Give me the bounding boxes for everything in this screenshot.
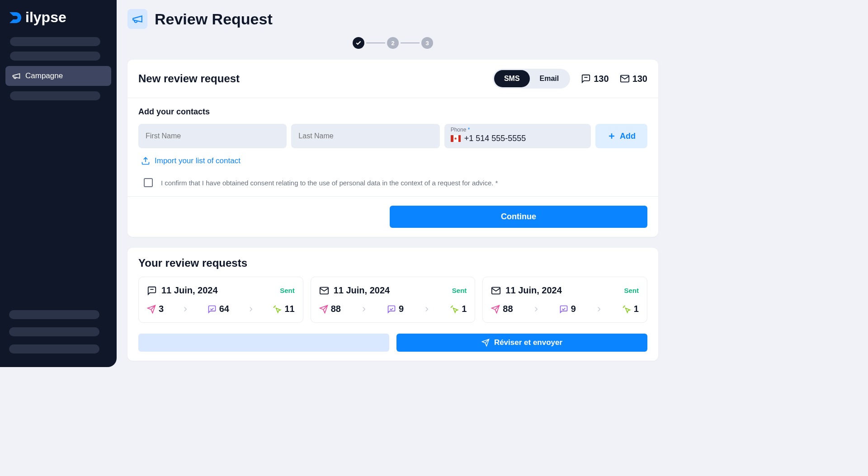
first-name-input[interactable] (138, 124, 287, 148)
status-badge: Sent (452, 287, 467, 294)
toggle-sms[interactable]: SMS (494, 70, 530, 87)
clicked-value: 11 (284, 304, 294, 314)
consent-row: I confirm that I have obtained consent r… (138, 178, 647, 187)
import-label: Import your list of contact (155, 156, 241, 165)
request-card[interactable]: 11 Juin, 2024 Sent 88 (311, 277, 476, 323)
send-icon (481, 339, 490, 347)
logo-icon (7, 9, 23, 26)
message-icon (147, 286, 157, 296)
status-badge: Sent (280, 287, 295, 294)
chevron-right-icon (181, 305, 189, 313)
chevron-right-icon (247, 305, 255, 313)
sent-value: 3 (159, 304, 164, 314)
click-icon (450, 305, 459, 314)
sent-value: 88 (503, 304, 513, 314)
card-footer: Continue (127, 196, 658, 237)
plus-icon (607, 132, 616, 141)
nav-bottom (5, 310, 112, 358)
delivered-icon (559, 305, 568, 314)
nav-item-placeholder[interactable] (9, 344, 99, 353)
add-contact-button[interactable]: Add (595, 124, 647, 148)
requests-grid: 11 Juin, 2024 Sent 3 (127, 277, 658, 334)
nav-item-placeholder[interactable] (10, 91, 100, 100)
new-request-card: New review request SMS Email 130 (127, 60, 658, 237)
request-date: 11 Juin, 2024 (161, 285, 218, 296)
channel-toggle: SMS Email (493, 69, 570, 89)
card-header: New review request SMS Email 130 (127, 60, 658, 98)
nav-item-campagne[interactable]: Campagne (5, 66, 111, 86)
message-icon (581, 74, 591, 84)
chevron-right-icon (532, 305, 540, 313)
upload-icon (141, 156, 150, 165)
clicked-value: 1 (634, 304, 639, 314)
last-name-input[interactable] (291, 124, 439, 148)
delivered-icon (208, 305, 217, 314)
page-header: Review Request (127, 9, 658, 29)
sent-value: 88 (331, 304, 341, 314)
your-requests-title: Your review requests (138, 257, 647, 269)
phone-value: +1 514 555-5555 (464, 134, 526, 143)
email-icon (491, 286, 501, 296)
step-2: 2 (387, 37, 399, 49)
send-icon (319, 305, 328, 314)
new-request-title: New review request (138, 72, 240, 85)
toggle-email[interactable]: Email (530, 70, 569, 87)
chevron-right-icon (360, 305, 368, 313)
nav-item-placeholder[interactable] (10, 37, 100, 46)
nav-item-placeholder[interactable] (10, 52, 100, 61)
step-connector (366, 42, 385, 43)
main-content: Review Request 2 3 New review request SM… (117, 0, 669, 367)
bottom-bar: Réviser et envoyer (127, 334, 658, 361)
delivered-icon (387, 305, 396, 314)
page-icon-wrap (127, 9, 147, 29)
canada-flag-icon[interactable] (451, 135, 461, 142)
contact-form-row: Phone * +1 514 555-5555 Add (138, 124, 647, 148)
email-count-stat: 130 (620, 74, 647, 84)
sms-count-stat: 130 (581, 74, 609, 84)
bottom-placeholder (138, 334, 389, 352)
delivered-value: 9 (571, 304, 576, 314)
megaphone-icon (132, 13, 143, 25)
import-contacts-link[interactable]: Import your list of contact (138, 156, 647, 165)
add-contacts-label: Add your contacts (138, 107, 647, 117)
consent-text: I confirm that I have obtained consent r… (161, 179, 498, 187)
click-icon (273, 305, 282, 314)
header-controls: SMS Email 130 130 (493, 69, 647, 89)
consent-checkbox[interactable] (144, 178, 153, 187)
delivered-value: 64 (219, 304, 229, 314)
request-date: 11 Juin, 2024 (505, 285, 562, 296)
nav-item-placeholder[interactable] (9, 310, 99, 319)
email-icon (620, 74, 630, 84)
review-send-button[interactable]: Réviser et envoyer (396, 334, 647, 352)
nav-item-label: Campagne (25, 71, 63, 80)
email-icon (319, 286, 329, 296)
continue-button[interactable]: Continue (390, 206, 647, 228)
phone-input-row: +1 514 555-5555 (451, 134, 585, 143)
step-1-done (353, 37, 364, 49)
check-icon (355, 40, 362, 46)
review-send-label: Réviser et envoyer (494, 338, 562, 347)
sidebar: ilypse Campagne (0, 0, 117, 367)
chevron-right-icon (595, 305, 603, 313)
nav-items: Campagne (5, 37, 112, 100)
request-card[interactable]: 11 Juin, 2024 Sent 3 (138, 277, 303, 323)
nav-item-placeholder[interactable] (9, 327, 99, 336)
chevron-right-icon (423, 305, 431, 313)
step-connector (401, 42, 420, 43)
phone-field[interactable]: Phone * +1 514 555-5555 (444, 124, 591, 148)
phone-label: Phone * (451, 127, 585, 133)
request-date: 11 Juin, 2024 (334, 285, 390, 296)
delivered-value: 9 (399, 304, 404, 314)
step-3: 3 (421, 37, 433, 49)
send-icon (147, 305, 156, 314)
add-label: Add (620, 132, 636, 141)
clicked-value: 1 (462, 304, 467, 314)
megaphone-icon (12, 71, 21, 80)
send-icon (491, 305, 500, 314)
logo: ilypse (5, 9, 112, 37)
email-count-value: 130 (632, 74, 647, 84)
sms-count-value: 130 (594, 74, 609, 84)
request-card[interactable]: 11 Juin, 2024 Sent 88 (482, 277, 647, 323)
your-requests-card: Your review requests 11 Juin, 2024 Sent (127, 248, 658, 361)
stepper: 2 3 (127, 37, 658, 49)
